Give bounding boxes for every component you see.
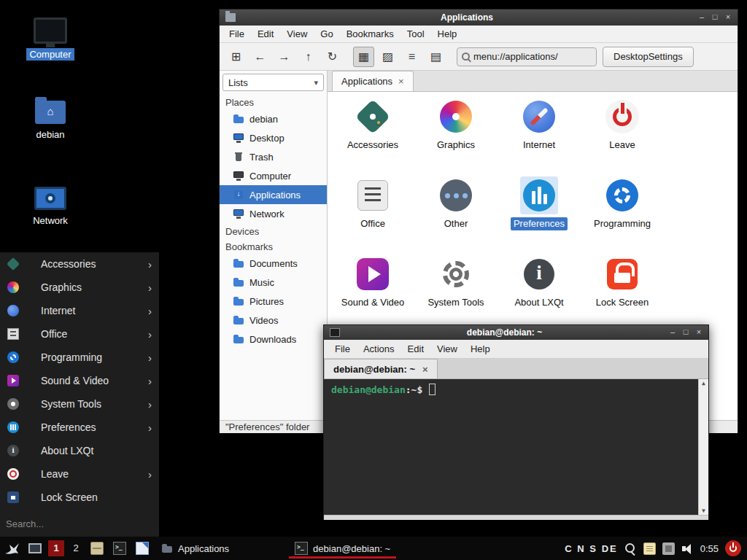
terminal-scrollbar[interactable]: ▲ ▼ (698, 379, 708, 515)
bookmark-music[interactable]: Music (220, 273, 327, 292)
terminal-icon (295, 542, 308, 555)
menu-view[interactable]: View (430, 343, 464, 354)
file-manager-launcher[interactable] (88, 539, 107, 558)
menu-actions[interactable]: Actions (357, 343, 401, 354)
place-trash[interactable]: Trash (220, 147, 327, 166)
tray-applet-icon[interactable] (662, 542, 675, 555)
menu-tool[interactable]: Tool (400, 28, 431, 39)
fm-item-sound-video[interactable]: Sound & Video (331, 255, 414, 309)
keyboard-indicator[interactable]: C N S DE (565, 543, 617, 554)
fm-item-accessories[interactable]: Accessories (331, 98, 414, 152)
start-menu-button[interactable] (3, 539, 22, 558)
new-tab-button[interactable]: ⊞ (225, 47, 247, 67)
detailed-view-button[interactable]: ▤ (425, 47, 446, 67)
desktop-icon-computer[interactable]: Computer (18, 18, 83, 61)
fm-item-preferences[interactable]: Preferences (498, 176, 581, 230)
terminal-screen[interactable]: debian@debian :~$ ▲ ▼ (324, 379, 708, 515)
desktop-icon-network[interactable]: Network (18, 187, 83, 227)
scrollbar-track[interactable] (699, 386, 708, 508)
minimize-button[interactable]: – (695, 12, 708, 23)
fm-item-programming[interactable]: Programming (581, 176, 664, 230)
scroll-up-icon[interactable]: ▲ (702, 380, 705, 386)
back-button[interactable]: ← (249, 47, 271, 67)
reload-button[interactable]: ↻ (322, 47, 343, 67)
volume-icon[interactable] (681, 542, 694, 555)
fm-item-other[interactable]: Other (414, 176, 498, 230)
power-button[interactable] (725, 540, 741, 556)
desktop-icon-debian[interactable]: ⌂ debian (18, 101, 83, 141)
fm-item-graphics[interactable]: Graphics (414, 98, 498, 152)
place-computer[interactable]: Computer (220, 166, 327, 185)
place-label: Computer (249, 171, 291, 182)
menu-item-internet[interactable]: Internet › (0, 299, 159, 322)
menu-edit[interactable]: Edit (251, 28, 280, 39)
menu-item-lock-screen[interactable]: Lock Screen (0, 486, 159, 509)
minimize-button[interactable]: – (666, 327, 679, 338)
menu-go[interactable]: Go (314, 28, 339, 39)
menu-item-office[interactable]: Office › (0, 322, 159, 346)
menu-bookmarks[interactable]: Bookmarks (340, 28, 400, 39)
menu-edit[interactable]: Edit (401, 343, 430, 354)
desktop-settings-button[interactable]: DesktopSettings (603, 47, 694, 67)
close-button[interactable]: × (692, 327, 705, 338)
tab-close-icon[interactable]: × (422, 364, 428, 375)
place-network[interactable]: Network (220, 204, 327, 223)
place-debian[interactable]: debian (220, 109, 327, 128)
fm-item-leave[interactable]: Leave (581, 98, 664, 152)
thumbnail-view-button[interactable]: ▨ (377, 47, 398, 67)
path-bar[interactable]: menu://applications/ (457, 47, 597, 66)
task-applications[interactable]: Applications (155, 538, 235, 559)
menu-file[interactable]: File (222, 28, 251, 39)
terminal-prompt-line: debian@debian :~$ (324, 379, 708, 400)
terminal-titlebar[interactable]: debian@debian: ~ – □ × (324, 325, 708, 340)
task-terminal[interactable]: debian@debian: ~ (289, 538, 396, 559)
tab-applications[interactable]: Applications × (332, 71, 414, 91)
clock[interactable]: 0:55 (700, 543, 719, 554)
menu-item-accessories[interactable]: Accessories › (0, 252, 159, 276)
icon-view-button[interactable]: ▦ (353, 47, 374, 67)
fm-item-about-lxqt[interactable]: About LXQt (498, 255, 581, 309)
menu-help[interactable]: Help (464, 343, 497, 354)
menu-item-graphics[interactable]: Graphics › (0, 276, 159, 299)
menu-item-sound-video[interactable]: Sound & Video › (0, 369, 159, 392)
forward-button[interactable]: → (274, 47, 295, 67)
bookmark-downloads[interactable]: Downloads (220, 330, 327, 349)
menu-view[interactable]: View (280, 28, 314, 39)
tab-terminal-session[interactable]: debian@debian: ~ × (324, 359, 438, 378)
menu-item-about-lxqt[interactable]: About LXQt (0, 439, 159, 462)
place-desktop[interactable]: Desktop (220, 128, 327, 147)
bookmark-videos[interactable]: Videos (220, 311, 327, 330)
up-button[interactable]: ↑ (298, 47, 319, 67)
clipboard-icon[interactable] (643, 542, 656, 555)
bookmark-pictures[interactable]: Pictures (220, 292, 327, 311)
maximize-button[interactable]: □ (708, 12, 721, 23)
menu-item-leave[interactable]: Leave › (0, 462, 159, 486)
fm-titlebar[interactable]: Applications – □ × (220, 9, 738, 26)
editor-launcher[interactable] (133, 539, 152, 558)
show-desktop-button[interactable] (26, 539, 44, 558)
fm-item-system-tools[interactable]: System Tools (414, 255, 498, 309)
close-button[interactable]: × (721, 12, 735, 23)
workspace-2[interactable]: 2 (68, 540, 84, 556)
menu-search-input[interactable] (0, 513, 159, 534)
workspace-1[interactable]: 1 (48, 540, 64, 556)
chevron-right-icon: › (148, 351, 152, 364)
tab-close-icon[interactable]: × (398, 76, 404, 87)
menu-file[interactable]: File (328, 343, 357, 354)
fm-item-lock-screen[interactable]: Lock Screen (581, 255, 664, 309)
terminal-launcher[interactable] (110, 539, 129, 558)
lists-dropdown[interactable]: Lists ▾ (222, 74, 324, 91)
fm-item-internet[interactable]: Internet (498, 98, 581, 152)
bookmark-documents[interactable]: Documents (220, 254, 327, 273)
fm-item-office[interactable]: Office (331, 176, 414, 230)
menu-item-preferences[interactable]: Preferences › (0, 416, 159, 439)
menu-item-system-tools[interactable]: System Tools › (0, 392, 159, 416)
compact-view-button[interactable]: ≡ (401, 47, 422, 67)
menu-item-programming[interactable]: Programming › (0, 346, 159, 369)
internet-icon (520, 98, 558, 136)
scroll-down-icon[interactable]: ▼ (702, 508, 705, 514)
menu-help[interactable]: Help (431, 28, 464, 39)
magnifier-icon[interactable] (624, 542, 637, 555)
place-applications[interactable]: ↓ Applications (220, 185, 327, 204)
maximize-button[interactable]: □ (679, 327, 692, 338)
